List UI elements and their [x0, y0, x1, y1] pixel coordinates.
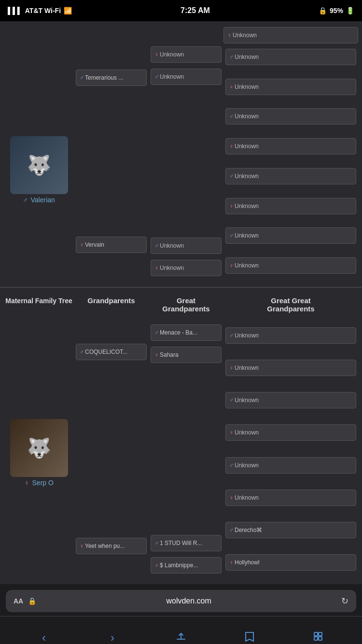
paternal-gggp-5[interactable]: ♀ Unknown [225, 198, 356, 214]
maternal-gp1[interactable]: ♂ COQUELICOT... [76, 344, 147, 360]
maternal-gggp-3[interactable]: ♀ Unknown [225, 424, 356, 441]
maternal-ggp2[interactable]: ♀ Sahara [151, 347, 222, 363]
tabs-button[interactable] [307, 630, 329, 644]
bookmarks-button[interactable] [239, 630, 260, 644]
signal-icon: ▌▌▌ [8, 7, 22, 14]
paternal-ggp2[interactable]: ♂ Unknown [151, 69, 222, 85]
paternal-gggp-0[interactable]: ♂ Unknown [225, 49, 356, 65]
status-bar: ▌▌▌ AT&T Wi-Fi 📶 7:25 AM 🔒 95% 🔋 [0, 0, 362, 21]
maternal-great-grandparents-col: ♂ Menace - Ba... ♀ Sahara ♂ 1 STUD Will … [149, 323, 223, 574]
maternal-wolf-avatar: 🐺 [10, 419, 68, 477]
status-carrier: ▌▌▌ AT&T Wi-Fi 📶 [8, 7, 72, 14]
maternal-gggp-col: ♂ Unknown ♀ Unknown ♂ Unknown ♀ Unknown [223, 323, 358, 574]
status-battery: 🔒 95% 🔋 [319, 7, 354, 14]
share-button[interactable] [170, 630, 192, 644]
back-button[interactable]: ‹ [33, 631, 55, 644]
refresh-button[interactable]: ↻ [341, 596, 348, 606]
paternal-tree-section: ♀ Unknown 🐺 ♂ Valerian ♂ Temer [0, 21, 362, 287]
main-content: ♀ Unknown 🐺 ♂ Valerian ♂ Temer [0, 21, 362, 584]
paternal-grandparents-col: ♂ Temerarious ... ♀ Vervain [74, 45, 149, 277]
paternal-gp1[interactable]: ♂ Temerarious ... [76, 70, 147, 86]
svg-rect-3 [319, 637, 322, 640]
maternal-ggp3[interactable]: ♂ 1 STUD Will R... [151, 535, 222, 551]
paternal-gggp-3[interactable]: ♀ Unknown [225, 138, 356, 154]
paternal-gggp-top: ♀ Unknown [223, 27, 358, 43]
paternal-gggp-2[interactable]: ♂ Unknown [225, 108, 356, 125]
paternal-gggp-col: ♂ Unknown ♀ Unknown ♂ Unknown ♀ Unknown [223, 45, 358, 277]
battery-icon: 🔋 [346, 7, 354, 14]
maternal-gggp-1[interactable]: ♀ Unknown [225, 360, 356, 376]
safari-toolbar: ‹ › [0, 616, 362, 644]
paternal-gggp-6[interactable]: ♂ Unknown [225, 227, 356, 244]
maternal-wolf-card: 🐺 ♀ Serp O [4, 323, 74, 574]
paternal-ggp4[interactable]: ♀ Unknown [151, 260, 222, 276]
paternal-gp2[interactable]: ♀ Vervain [76, 237, 147, 253]
maternal-gggp-5[interactable]: ♀ Unknown [225, 490, 356, 506]
forward-button[interactable]: › [102, 631, 123, 644]
wifi-icon: 📶 [64, 7, 72, 14]
paternal-gggp-1[interactable]: ♀ Unknown [225, 79, 356, 95]
maternal-gggp-7[interactable]: ♀ Hollyhowl [225, 554, 356, 571]
browser-chrome: AA 🔒 wolvden.com ↻ ‹ › [0, 584, 362, 644]
lock-icon: 🔒 [319, 7, 327, 14]
svg-rect-0 [314, 632, 318, 636]
paternal-gggp-4[interactable]: ♂ Unknown [225, 168, 356, 184]
url-display[interactable]: wolvden.com [41, 597, 336, 605]
maternal-tree-section: 🐺 ♀ Serp O ♂ COQUELICOT... ♀ Yeet when p… [0, 319, 362, 584]
paternal-wolf-avatar: 🐺 [10, 136, 68, 194]
header-maternal-family-tree: Maternal Family Tree [4, 294, 74, 315]
header-great-great-grandparents: Great GreatGrandparents [223, 294, 358, 315]
status-time: 7:25 AM [181, 6, 210, 15]
paternal-ggp3[interactable]: ♂ Unknown [151, 238, 222, 254]
address-bar[interactable]: AA 🔒 wolvden.com ↻ [6, 590, 356, 612]
paternal-wolf-card: 🐺 ♂ Valerian [4, 45, 74, 277]
maternal-gggp-2[interactable]: ♂ Unknown [225, 392, 356, 408]
maternal-gp2[interactable]: ♀ Yeet when pu... [76, 538, 147, 554]
header-grandparents: Grandparents [74, 294, 149, 315]
svg-rect-1 [319, 632, 322, 636]
maternal-col-headers: Maternal Family Tree Grandparents GreatG… [0, 287, 362, 319]
maternal-gggp-6[interactable]: ♂ Derecho⌘ [225, 522, 356, 538]
svg-rect-2 [314, 637, 318, 640]
maternal-gggp-0[interactable]: ♂ Unknown [225, 327, 356, 344]
maternal-gggp-4[interactable]: ♂ Unknown [225, 457, 356, 474]
maternal-ggp4[interactable]: ♀ $ Lambnippe... [151, 557, 222, 574]
lock-icon: 🔒 [28, 597, 36, 605]
maternal-ggp1[interactable]: ♂ Menace - Ba... [151, 324, 222, 341]
maternal-grandparents-col: ♂ COQUELICOT... ♀ Yeet when pu... [74, 323, 149, 574]
paternal-gggp-7[interactable]: ♀ Unknown [225, 257, 356, 274]
header-great-grandparents: GreatGrandparents [149, 294, 223, 315]
text-size-button[interactable]: AA [14, 597, 23, 605]
paternal-great-grandparents-col: ♀ Unknown ♂ Unknown ♂ Unknown ♀ Unknown [149, 45, 223, 277]
paternal-ggp1[interactable]: ♀ Unknown [151, 46, 222, 63]
